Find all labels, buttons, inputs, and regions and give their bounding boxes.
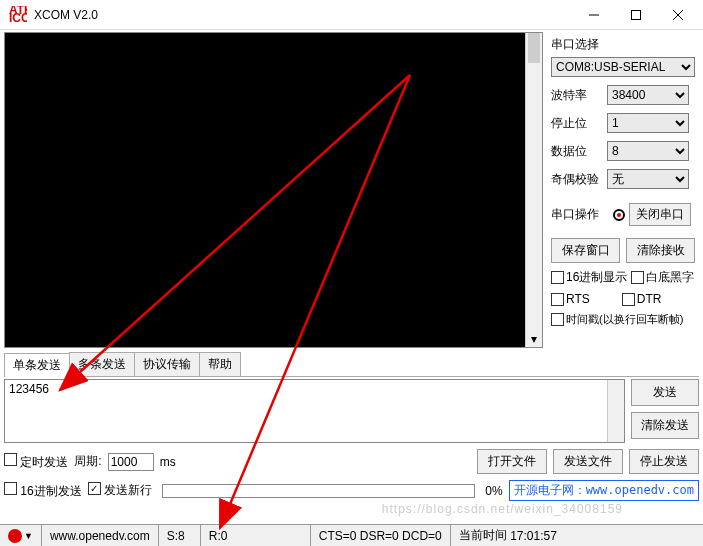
parity-label: 奇偶校验 xyxy=(551,171,607,188)
hex-display-checkbox[interactable]: 16进制显示 xyxy=(551,269,627,286)
terminal-output[interactable]: ▾ xyxy=(4,32,543,348)
chevron-down-icon[interactable]: ▼ xyxy=(24,531,33,541)
close-button[interactable] xyxy=(657,1,699,29)
svg-rect-3 xyxy=(632,10,641,19)
baud-label: 波特率 xyxy=(551,87,607,104)
timestamp-checkbox[interactable]: 时间戳(以换行回车断帧) xyxy=(551,312,683,327)
link-box[interactable]: 开源电子网：www.openedv.com xyxy=(509,480,699,501)
window-title: XCOM V2.0 xyxy=(32,8,573,22)
databit-select[interactable]: 8 xyxy=(607,141,689,161)
send-button[interactable]: 发送 xyxy=(631,379,699,406)
status-bar: ▼ www.openedv.com S:8 R:0 CTS=0 DSR=0 DC… xyxy=(0,524,703,546)
port-select[interactable]: COM8:USB-SERIAL xyxy=(551,57,695,77)
save-window-button[interactable]: 保存窗口 xyxy=(551,238,620,263)
period-label: 周期: xyxy=(74,453,101,470)
tab-protocol[interactable]: 协议传输 xyxy=(134,352,200,376)
close-port-button[interactable]: 关闭串口 xyxy=(629,203,691,226)
send-input-value: 123456 xyxy=(9,382,49,396)
minimize-button[interactable] xyxy=(573,1,615,29)
tab-single-send[interactable]: 单条发送 xyxy=(4,353,70,377)
send-file-button[interactable]: 发送文件 xyxy=(553,449,623,474)
clear-receive-button[interactable]: 清除接收 xyxy=(626,238,695,263)
terminal-scrollbar[interactable]: ▾ xyxy=(525,33,542,347)
parity-select[interactable]: 无 xyxy=(607,169,689,189)
send-input[interactable]: 123456 xyxy=(4,379,625,443)
send-scrollbar[interactable] xyxy=(607,380,624,442)
period-input[interactable] xyxy=(108,453,154,471)
power-indicator[interactable]: ▼ xyxy=(0,525,42,546)
app-logo-icon: ATKICOM xyxy=(8,5,28,25)
port-op-label: 串口操作 xyxy=(551,206,607,223)
progress-bar xyxy=(162,484,475,498)
scrollbar-thumb[interactable] xyxy=(528,33,540,63)
status-time: 当前时间 17:01:57 xyxy=(451,525,565,546)
baud-select[interactable]: 38400 xyxy=(607,85,689,105)
databit-label: 数据位 xyxy=(551,143,607,160)
power-icon xyxy=(8,529,22,543)
record-icon xyxy=(613,209,625,221)
status-url[interactable]: www.openedv.com xyxy=(42,525,159,546)
period-unit: ms xyxy=(160,455,176,469)
send-newline-checkbox[interactable]: 发送新行 xyxy=(88,482,152,499)
scrollbar-down-icon[interactable]: ▾ xyxy=(526,330,542,347)
status-signals: CTS=0 DSR=0 DCD=0 xyxy=(311,525,451,546)
status-recv: R:0 xyxy=(201,525,311,546)
status-sent: S:8 xyxy=(159,525,201,546)
tab-help[interactable]: 帮助 xyxy=(199,352,241,376)
stopbit-label: 停止位 xyxy=(551,115,607,132)
dtr-checkbox[interactable]: DTR xyxy=(622,292,662,306)
rts-checkbox[interactable]: RTS xyxy=(551,292,590,306)
progress-percent: 0% xyxy=(485,484,502,498)
clear-send-button[interactable]: 清除发送 xyxy=(631,412,699,439)
watermark: https://blog.csdn.net/weixin_34008159 xyxy=(382,502,623,516)
maximize-button[interactable] xyxy=(615,1,657,29)
whitebg-checkbox[interactable]: 白底黑字 xyxy=(631,269,694,286)
tab-multi-send[interactable]: 多条发送 xyxy=(69,352,135,376)
stopbit-select[interactable]: 1 xyxy=(607,113,689,133)
open-file-button[interactable]: 打开文件 xyxy=(477,449,547,474)
stop-send-button[interactable]: 停止发送 xyxy=(629,449,699,474)
port-select-label: 串口选择 xyxy=(551,36,695,53)
timed-send-checkbox[interactable]: 定时发送 xyxy=(4,453,68,471)
svg-text:ICOM: ICOM xyxy=(9,11,27,24)
hex-send-checkbox[interactable]: 16进制发送 xyxy=(4,482,82,500)
